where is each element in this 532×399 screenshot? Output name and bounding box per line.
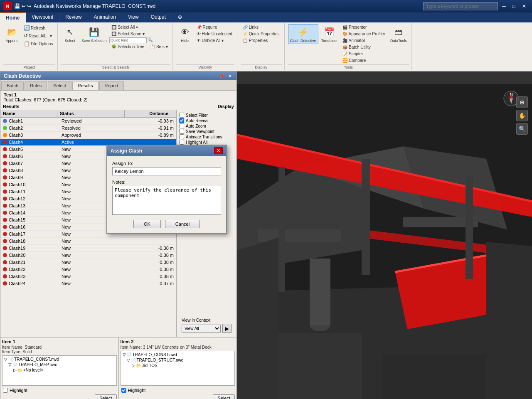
dialog-title: Assign Clash xyxy=(111,148,142,154)
file-options-icon: 📋 xyxy=(24,41,30,47)
data-tools-label: DataTools xyxy=(390,39,407,43)
close-btn[interactable]: ✕ xyxy=(520,2,529,10)
links-btn[interactable]: 🔗 Links xyxy=(241,24,282,30)
app-title: Autodesk Navisworks Manage TRAPELO_CONST… xyxy=(34,3,155,9)
require-btn[interactable]: 📌 Require xyxy=(195,24,234,30)
assign-clash-dialog: Assign Clash ✕ Assign To: Notes: OK Canc… xyxy=(106,145,227,234)
reset-all-btn[interactable]: ↺ Reset All... ▾ xyxy=(22,32,55,39)
quick-properties-btn[interactable]: ⚡ Quick Properties xyxy=(241,31,282,37)
select-all-btn[interactable]: 🔲 Select All ▾ xyxy=(109,24,170,30)
timeliner-btn[interactable]: 📅 TimeLiner xyxy=(319,24,340,44)
search-input[interactable] xyxy=(423,2,498,10)
visibility-buttons: 👁 Hide 📌 Require 👁 Hide Unselected 👁 Unh… xyxy=(176,24,234,64)
notes-input[interactable] xyxy=(112,186,221,215)
tab-review[interactable]: Review xyxy=(59,12,88,22)
viewport-scene: N xyxy=(237,71,532,399)
batch-utility-btn[interactable]: 📦 Batch Utility xyxy=(340,44,387,50)
clash-detective-btn[interactable]: ⚡ Clash Detective xyxy=(288,24,318,44)
dialog-titlebar: Assign Clash ✕ xyxy=(107,145,226,156)
appearance-profiler-btn[interactable]: 🎨 Appearance Profiler xyxy=(340,31,387,37)
save-selection-btn[interactable]: 💾 Save Selection xyxy=(79,24,108,44)
timeliner-icon: 📅 xyxy=(323,25,336,39)
select-group-label: Select & Search xyxy=(61,64,170,69)
unhide-all-btn[interactable]: 👁 Unhide All ▾ xyxy=(195,37,234,44)
select-btn[interactable]: ↖ Select xyxy=(61,24,79,44)
data-tools-icon: 🗃 xyxy=(392,25,405,39)
hide-btn[interactable]: 👁 Hide xyxy=(176,24,194,44)
viewport[interactable]: N ⊕ ✋ 🔍 xyxy=(237,71,532,399)
undo-btn[interactable]: ↩ xyxy=(22,3,26,9)
tools-group-label: Tools xyxy=(288,64,409,69)
quick-access-btn[interactable]: 💾 xyxy=(14,3,20,9)
dialog-cancel-btn[interactable]: Cancel xyxy=(165,220,200,228)
dialog-ok-btn[interactable]: OK xyxy=(133,220,161,228)
title-bar-left: N 💾 ↩ ↪ Autodesk Navisworks Manage TRAPE… xyxy=(3,2,155,10)
clash-detective-label: Clash Detective xyxy=(290,39,316,43)
quick-find-input[interactable] xyxy=(109,37,147,43)
save-selection-label: Save Selection xyxy=(81,39,106,43)
animator-btn[interactable]: 🎥 Animator xyxy=(340,37,387,44)
refresh-btn[interactable]: 🔄 Refresh xyxy=(22,24,55,32)
save-selection-icon: 💾 xyxy=(87,25,101,39)
sets-btn[interactable]: 📋 Sets ▾ xyxy=(148,44,170,50)
svg-rect-6 xyxy=(258,229,341,242)
presenter-btn[interactable]: 🎬 Presenter xyxy=(340,24,387,30)
maximize-btn[interactable]: □ xyxy=(510,2,518,10)
svg-rect-16 xyxy=(278,167,285,292)
visibility-group-label: Visibility xyxy=(176,64,234,69)
append-btn[interactable]: 📂 Append xyxy=(3,24,21,44)
data-tools-btn[interactable]: 🗃 DataTools xyxy=(388,24,409,44)
selection-tree-btn[interactable]: 🌳 Selection Tree xyxy=(109,44,146,50)
tab-view[interactable]: View xyxy=(122,12,145,22)
tab-viewpoint[interactable]: Viewpoint xyxy=(26,12,59,22)
select-icon: ↖ xyxy=(63,25,76,39)
ribbon-group-visibility: 👁 Hide 📌 Require 👁 Hide Unselected 👁 Unh… xyxy=(174,23,237,70)
notes-field: Notes: xyxy=(112,180,221,216)
dialog-buttons: OK Cancel xyxy=(112,220,221,228)
svg-marker-21 xyxy=(237,238,278,399)
clash-panel: Clash Detective 📌 ✕ Batch Rules Select R… xyxy=(0,71,237,399)
pan-btn[interactable]: ✋ xyxy=(516,110,528,121)
assign-to-field: Assign To: xyxy=(112,161,221,175)
orbit-btn[interactable]: ⊕ xyxy=(516,96,528,108)
assign-to-label: Assign To: xyxy=(112,161,221,166)
properties-btn[interactable]: 📋 Properties xyxy=(241,37,282,44)
project-buttons: 📂 Append 🔄 Refresh ↺ Reset All... ▾ 📋 Fi… xyxy=(3,24,55,64)
dialog-body: Assign To: Notes: OK Cancel xyxy=(107,156,226,233)
display-buttons: 🔗 Links ⚡ Quick Properties 📋 Properties xyxy=(241,24,282,64)
ribbon-group-project: 📂 Append 🔄 Refresh ↺ Reset All... ▾ 📋 Fi… xyxy=(1,23,58,70)
project-group-label: Project xyxy=(3,64,55,69)
redo-btn[interactable]: ↪ xyxy=(27,3,31,9)
tab-extra[interactable]: ⊕ xyxy=(172,12,188,22)
svg-marker-22 xyxy=(486,242,532,399)
dialog-overlay: Assign Clash ✕ Assign To: Notes: OK Canc… xyxy=(0,72,236,399)
select-label: Select xyxy=(65,39,75,43)
ribbon-group-tools: ⚡ Clash Detective 📅 TimeLiner 🎬 Presente… xyxy=(286,23,412,70)
tab-home[interactable]: Home xyxy=(0,12,26,22)
title-bar: N 💾 ↩ ↪ Autodesk Navisworks Manage TRAPE… xyxy=(0,0,532,12)
zoom-btn[interactable]: 🔍 xyxy=(516,123,528,135)
assign-to-input[interactable] xyxy=(112,167,221,175)
dialog-close-btn[interactable]: ✕ xyxy=(214,147,223,154)
title-bar-right: ─ □ ✕ xyxy=(423,2,529,10)
main-layout: Clash Detective 📌 ✕ Batch Rules Select R… xyxy=(0,71,532,399)
file-options-btn[interactable]: 📋 File Options xyxy=(22,40,55,47)
ribbon-tabs: Home Viewpoint Review Animation View Out… xyxy=(0,12,532,22)
minimize-btn[interactable]: ─ xyxy=(500,2,508,10)
hide-unselected-btn[interactable]: 👁 Hide Unselected xyxy=(195,31,234,37)
append-label: Append xyxy=(5,39,18,43)
quick-find-btn[interactable]: 🔍 xyxy=(148,37,153,43)
select-buttons: ↖ Select 💾 Save Selection 🔲 Select All ▾… xyxy=(61,24,170,64)
app-logo: N xyxy=(3,2,12,10)
viewport-nav: ⊕ ✋ 🔍 xyxy=(516,96,528,135)
select-same-btn[interactable]: 🔲 Select Same ▾ xyxy=(109,31,170,37)
svg-rect-17 xyxy=(362,159,370,275)
tab-output[interactable]: Output xyxy=(145,12,172,22)
compare-btn[interactable]: 🔀 Compare xyxy=(340,57,387,64)
scripter-btn[interactable]: 📝 Scripter xyxy=(340,51,387,57)
ribbon: Home Viewpoint Review Animation View Out… xyxy=(0,12,532,71)
tab-animation[interactable]: Animation xyxy=(88,12,122,22)
tools-buttons: ⚡ Clash Detective 📅 TimeLiner 🎬 Presente… xyxy=(288,24,409,64)
reset-icon: ↺ xyxy=(24,33,28,39)
svg-rect-20 xyxy=(310,259,330,325)
